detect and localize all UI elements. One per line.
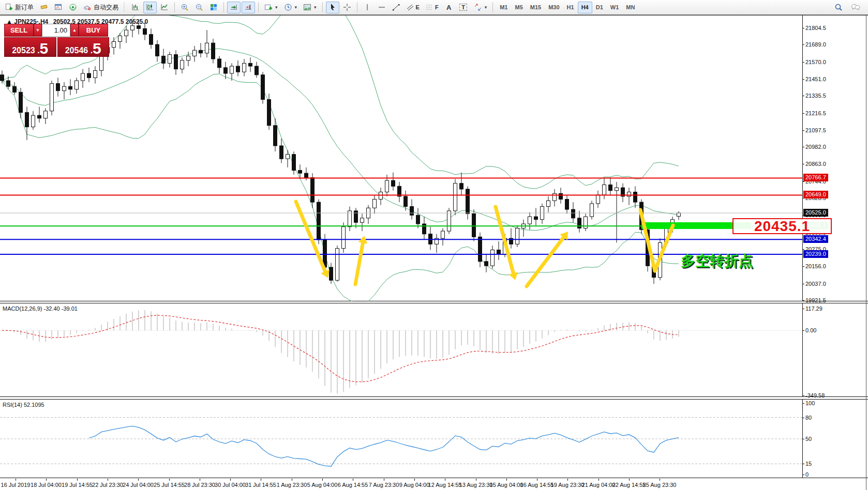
rsi-tick-dash [802,464,804,464]
text-icon: A [446,4,451,11]
zoom-out-button[interactable] [192,2,206,13]
time-label: 22 Jul 23:30 [92,482,123,488]
channel-letter: E [416,4,420,10]
time-label: 6 Aug 14:55 [338,482,368,488]
price-tick-dash [802,96,804,96]
time-label: 15 Aug 04:00 [490,482,523,488]
text-tool-button[interactable]: A [442,2,456,13]
time-tick [230,479,231,481]
price-tick-dash [802,44,804,45]
price-tick-dash [802,300,804,301]
new-chart-icon [264,3,273,11]
time-label: 1 Aug 23:30 [277,482,307,488]
profiles-button[interactable]: ▾ [301,2,319,13]
time-label: 18 Jul 04:00 [31,482,62,488]
macd-panel[interactable]: MACD(12,26,9) -32.40 -39.01 117.290.00-3… [0,303,868,397]
price-tick-label: 21451.0 [805,76,826,82]
horizontal-line-icon [378,3,386,11]
search-button[interactable] [832,2,845,13]
tile-windows-icon [209,3,218,11]
macd-canvas[interactable] [0,303,868,397]
price-flag-label[interactable]: 20435.1 [732,218,832,234]
timeframe-button-m5[interactable]: M5 [511,2,526,13]
time-tick [384,479,384,481]
new-order-button[interactable]: 新订单 [2,2,36,13]
equidistant-channel-button[interactable]: E [404,2,422,13]
bar-chart-button[interactable] [129,2,142,13]
trend-line-button[interactable] [390,2,403,13]
volume-decrease-button[interactable]: ▼ [34,24,42,37]
timeframe-button-d1[interactable]: D1 [592,2,607,13]
zoom-out-icon [195,3,203,11]
crosshair-button[interactable] [340,2,354,13]
ticket-button[interactable] [37,2,51,13]
rsi-canvas[interactable] [0,400,868,479]
timeframe-button-m30[interactable]: M30 [545,2,563,13]
toolbar-separator [258,2,259,12]
macd-tick-dash [802,395,804,396]
rsi-tick-label: 80 [805,415,812,421]
rsi-tick-label: 100 [805,400,815,406]
periods-button[interactable]: ▾ [281,2,300,13]
fibonacci-button[interactable]: F [423,2,441,13]
rsi-panel[interactable]: RSI(14) 52.1095 1008050150 [0,399,868,478]
time-tick [169,479,170,481]
timeframe-button-w1[interactable]: W1 [607,2,623,13]
timeframe-button-m1[interactable]: M1 [496,2,511,13]
vertical-line-button[interactable] [361,2,374,13]
main-chart-panel[interactable]: ▲ JPN225-,H4 20502.5 20537.5 20477.5 205… [0,16,868,301]
text-label-button[interactable]: T [457,2,470,13]
timeframe-button-m15[interactable]: M15 [527,2,545,13]
price-tick-dash [802,266,804,267]
macd-tick-dash [802,309,804,309]
community-chat-button[interactable] [848,2,863,13]
fibo-letter: F [435,4,439,10]
time-axis[interactable]: 16 Jul 201918 Jul 04:0019 Jul 14:5522 Ju… [0,479,868,490]
turning-point-annotation[interactable]: 多空转折点 [681,251,753,271]
price-tick-dash [802,284,804,284]
auto-scroll-button[interactable] [227,2,241,13]
price-tick-dash [802,79,804,80]
cursor-button[interactable] [326,2,339,13]
candlestick-chart-button[interactable] [143,2,157,13]
time-tick [322,479,323,481]
timeframe-button-mn[interactable]: MN [622,2,638,13]
timeframe-button-h4[interactable]: H4 [578,2,592,13]
zoom-in-button[interactable] [178,2,191,13]
buy-price[interactable]: 20546 .5 [57,37,110,57]
price-tick-label: 20982.0 [805,144,826,150]
price-tick-dash [802,164,804,164]
signals-button[interactable] [66,2,80,13]
candlestick-chart-icon [146,3,154,11]
timeframe-button-h1[interactable]: H1 [563,2,578,13]
auto-trading-button[interactable]: 自动交易 [81,2,121,13]
time-label: 25 Jul 14:55 [154,482,185,488]
dropdown-caret: ▾ [314,5,317,10]
rsi-tick-label: 0 [805,471,809,478]
time-label: 19 Jul 14:55 [62,482,93,488]
tile-windows-button[interactable] [207,2,220,13]
horizontal-line-button[interactable] [375,2,388,13]
price-tick-label: 21570.0 [805,59,826,65]
auto-trading-icon [83,3,92,11]
sell-price-frac: 5 [40,42,49,55]
volume-input[interactable]: 1.00 [42,24,70,37]
price-badge-20342.4: 20342.4 [803,235,828,243]
sell-price[interactable]: 20523 .5 [4,37,56,57]
arrows-button[interactable]: ▾ [471,2,490,13]
new-chart-button[interactable]: ▾ [262,2,280,13]
text-label-icon: T [459,4,467,11]
buy-price-frac: 5 [93,42,101,55]
rsi-tick-label: 15 [805,461,812,467]
line-chart-button[interactable] [158,2,171,13]
one-click-trading-panel: SELL ▼ 1.00 ▲ BUY 20523 .5 20546 .5 [4,24,109,57]
chart-shift-button[interactable] [242,2,255,13]
periods-clock-icon [284,3,292,11]
sell-button[interactable]: SELL [4,24,34,37]
chart-shift-icon [244,3,252,11]
time-tick [200,479,200,481]
search-icon [834,3,843,11]
open-chart-button[interactable] [52,2,65,13]
volume-increase-button[interactable]: ▲ [70,24,79,37]
buy-button[interactable]: BUY [79,24,108,37]
